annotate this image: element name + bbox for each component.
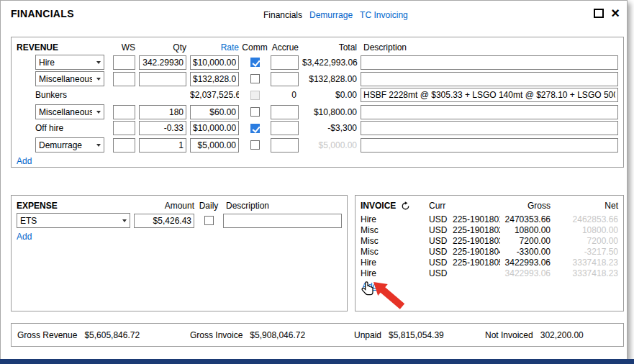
revenue-accrue-input[interactable] xyxy=(271,121,299,135)
summary-gross-revenue: Gross Revenue $5,605,846.72 xyxy=(17,324,140,346)
revenue-add-link[interactable]: Add xyxy=(17,156,32,166)
revenue-comm-checkbox[interactable] xyxy=(250,107,260,117)
invoice-number: 225-1901802 xyxy=(453,225,500,235)
revenue-rate-input[interactable] xyxy=(190,105,239,119)
revenue-description-input[interactable] xyxy=(361,55,618,70)
revenue-col-qty: Qty xyxy=(139,42,186,53)
window-controls: × xyxy=(594,8,620,18)
revenue-qty-input[interactable] xyxy=(139,121,186,135)
revenue-type-select[interactable]: Miscellaneous xyxy=(35,71,104,86)
invoice-row: HireUSD225-19018012470353.662462853.66 xyxy=(361,214,618,225)
expense-type-select[interactable]: ETS xyxy=(17,213,130,228)
revenue-total: $5,000.00 xyxy=(302,140,357,150)
invoice-gross: 3422993.06 xyxy=(500,268,551,279)
maximize-icon[interactable] xyxy=(594,9,604,18)
expense-amount-input[interactable] xyxy=(134,214,194,228)
not-invoiced-label: Not Invoiced xyxy=(485,330,533,340)
revenue-qty-input[interactable] xyxy=(139,138,186,153)
revenue-total: $10,800.00 xyxy=(302,107,357,117)
invoice-type: Hire xyxy=(361,268,429,279)
expense-title: EXPENSE xyxy=(17,201,130,211)
revenue-type-label: Off hire xyxy=(35,123,63,133)
invoice-gross: 7200.00 xyxy=(500,236,551,247)
nav-financials[interactable]: Financials xyxy=(263,10,302,20)
revenue-description-input[interactable] xyxy=(361,121,618,135)
revenue-col-rate-link[interactable]: Rate xyxy=(190,42,239,53)
invoice-net: -3217.50 xyxy=(551,247,618,258)
window-title: FINANCIALS xyxy=(11,8,74,19)
revenue-accrue-input[interactable] xyxy=(271,55,299,70)
revenue-rate-input[interactable] xyxy=(190,72,239,86)
revenue-qty-input[interactable] xyxy=(139,55,186,70)
invoice-gross: 3422993.06 xyxy=(500,258,551,268)
revenue-comm-checkbox[interactable] xyxy=(250,58,260,67)
revenue-ws-input[interactable] xyxy=(113,105,135,119)
revenue-type-select[interactable]: Hire xyxy=(35,55,104,70)
revenue-description-input[interactable] xyxy=(361,72,618,86)
revenue-type-select[interactable]: Demurrage xyxy=(35,137,104,153)
summary-not-invoiced: Not Invoiced 302,200.00 xyxy=(485,324,584,346)
invoice-net: 3337418.23 xyxy=(551,268,618,279)
expense-add-link[interactable]: Add xyxy=(17,232,32,242)
invoice-col-curr: Curr xyxy=(429,201,500,211)
revenue-ws-input[interactable] xyxy=(113,55,135,70)
expense-section: EXPENSE Amount Daily Description ETS Add xyxy=(11,195,348,311)
revenue-total: -$3,300 xyxy=(302,123,357,133)
revenue-col-total: Total xyxy=(302,42,357,53)
invoice-curr: USD xyxy=(429,214,453,225)
revenue-ws-input[interactable] xyxy=(113,121,135,135)
invoice-type: Misc xyxy=(361,236,429,247)
revenue-type-select[interactable]: Miscellaneous xyxy=(35,104,104,119)
revenue-comm-checkbox[interactable] xyxy=(250,140,260,150)
revenue-type-select-wrap: Hire xyxy=(35,55,104,70)
invoice-col-gross: Gross xyxy=(500,201,551,211)
revenue-rows: Hire$3,422,993.06Miscellaneous$132,828.0… xyxy=(17,55,618,152)
revenue-rate-input[interactable] xyxy=(190,121,239,135)
revenue-row: Demurrage$5,000.00 xyxy=(17,137,618,152)
invoice-add-link[interactable]: Add xyxy=(362,281,377,291)
revenue-type-select-wrap: Miscellaneous xyxy=(35,104,104,119)
expense-daily-checkbox[interactable] xyxy=(204,216,214,225)
revenue-rate-input[interactable] xyxy=(190,55,239,70)
revenue-row: Hire$3,422,993.06 xyxy=(17,55,618,69)
expense-header-row: EXPENSE Amount Daily Description xyxy=(17,200,342,211)
unpaid-value: $5,815,054.39 xyxy=(389,330,444,340)
not-invoiced-value: 302,200.00 xyxy=(540,330,584,340)
invoice-type: Hire xyxy=(361,214,429,225)
revenue-comm-checkbox[interactable] xyxy=(250,74,260,83)
revenue-accrue-input[interactable] xyxy=(271,138,299,153)
invoice-row: MiscUSD225-19018037200.007200.00 xyxy=(361,236,618,247)
summary-unpaid: Unpaid $5,815,054.39 xyxy=(354,324,444,346)
revenue-qty-input[interactable] xyxy=(139,105,186,119)
expense-row: ETS xyxy=(17,213,342,227)
invoice-number: 225-1901803 xyxy=(453,236,500,246)
bottom-edge-bar xyxy=(0,359,634,364)
nav-demurrage[interactable]: Demurrage xyxy=(309,10,353,20)
revenue-description-input[interactable] xyxy=(361,138,618,153)
revenue-type-select-wrap: Miscellaneous xyxy=(35,71,104,86)
revenue-accrue-input[interactable] xyxy=(271,72,299,86)
revenue-comm-checkbox[interactable] xyxy=(250,124,260,133)
invoice-type: Hire xyxy=(361,258,429,268)
revenue-rate-input[interactable] xyxy=(190,138,239,153)
close-icon[interactable]: × xyxy=(611,8,620,18)
nav-tc-invoicing[interactable]: TC Invoicing xyxy=(360,10,408,20)
revenue-col-ws: WS xyxy=(113,42,135,53)
revenue-description-input[interactable] xyxy=(361,88,618,102)
summary-gross-invoice: Gross Invoice $5,908,046.72 xyxy=(190,324,305,346)
unpaid-label: Unpaid xyxy=(354,330,381,340)
revenue-ws-input[interactable] xyxy=(113,72,135,86)
revenue-accrue-input[interactable] xyxy=(271,105,299,119)
invoice-net: 7200.00 xyxy=(551,236,618,247)
revenue-header-row: REVENUE WS Qty Rate Comm Accrue Total De… xyxy=(17,42,618,53)
expense-description-input[interactable] xyxy=(223,214,342,228)
revenue-qty-input[interactable] xyxy=(139,72,186,86)
summary-bar: Gross Revenue $5,605,846.72 Gross Invoic… xyxy=(11,323,624,347)
invoice-header-row: INVOICE Curr Gross Net xyxy=(361,200,618,211)
refresh-icon[interactable] xyxy=(401,201,410,211)
invoice-net: 10800.00 xyxy=(551,225,618,236)
revenue-ws-input[interactable] xyxy=(113,138,135,153)
revenue-rate-text: $2,037,525.66 xyxy=(190,90,239,100)
invoice-net: 3337418.23 xyxy=(551,258,618,268)
revenue-description-input[interactable] xyxy=(361,105,618,119)
